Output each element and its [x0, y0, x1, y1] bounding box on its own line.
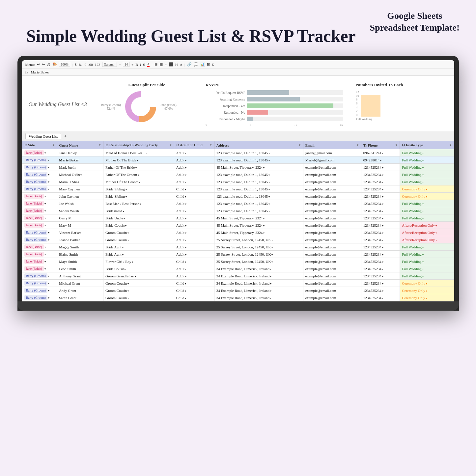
addr-dropdown-arrow[interactable]: ▾: [263, 217, 265, 220]
col-header-name[interactable]: Guest Name ▼: [57, 141, 103, 149]
invite-dropdown-arrow[interactable]: ▾: [422, 268, 424, 271]
col-header-email[interactable]: Email ▼: [303, 141, 361, 149]
side-dropdown-arrow[interactable]: ▾: [44, 210, 46, 212]
side-dropdown-arrow[interactable]: ▾: [44, 260, 46, 263]
side-dropdown-arrow[interactable]: ▾: [44, 202, 46, 205]
phone-dropdown-arrow[interactable]: ▾: [381, 188, 383, 191]
rel-dropdown-arrow[interactable]: ▾: [123, 217, 125, 220]
side-dropdown-arrow[interactable]: ▾: [47, 166, 49, 169]
rel-dropdown-arrow[interactable]: ▾: [135, 166, 137, 169]
more-btn[interactable]: H: [175, 63, 178, 67]
strikethrough-btn[interactable]: S: [143, 63, 145, 67]
rel-dropdown-arrow[interactable]: ▾: [146, 152, 148, 155]
phone-dropdown-arrow[interactable]: ▾: [381, 210, 383, 213]
ac-dropdown-arrow[interactable]: ▾: [184, 261, 186, 264]
phone-dropdown-arrow[interactable]: ▾: [381, 232, 383, 235]
invite-dropdown-arrow[interactable]: ▾: [422, 253, 424, 256]
chart-btn[interactable]: 📊: [200, 62, 205, 67]
ac-dropdown-arrow[interactable]: ▾: [184, 152, 186, 155]
ac-dropdown-arrow[interactable]: ▾: [184, 195, 186, 198]
invite-dropdown-arrow[interactable]: ▾: [435, 232, 437, 235]
addr-dropdown-arrow[interactable]: ▾: [269, 268, 271, 271]
bold-btn[interactable]: B: [135, 63, 138, 67]
phone-dropdown-arrow[interactable]: ▾: [381, 268, 383, 271]
rel-dropdown-arrow[interactable]: ▾: [122, 210, 124, 213]
phone-dropdown-arrow[interactable]: ▾: [381, 224, 383, 227]
addr-dropdown-arrow[interactable]: ▾: [271, 239, 273, 242]
rel-dropdown-arrow[interactable]: ▾: [127, 297, 129, 300]
col-header-side[interactable]: ⊙ Side ▼: [22, 141, 57, 149]
invite-dropdown-arrow[interactable]: ▾: [425, 290, 427, 293]
addr-dropdown-arrow[interactable]: ▾: [268, 195, 270, 198]
rel-dropdown-arrow[interactable]: ▾: [131, 261, 133, 264]
side-dropdown-arrow[interactable]: ▾: [44, 267, 46, 270]
italic-btn[interactable]: I: [140, 63, 141, 67]
addr-dropdown-arrow[interactable]: ▾: [263, 224, 265, 227]
font-select[interactable]: Garam...: [102, 62, 117, 67]
ac-dropdown-arrow[interactable]: ▾: [184, 253, 186, 256]
phone-dropdown-arrow[interactable]: ▾: [381, 282, 383, 285]
ac-dropdown-arrow[interactable]: ▾: [184, 268, 186, 271]
rel-dropdown-arrow[interactable]: ▾: [122, 253, 124, 256]
addr-dropdown-arrow[interactable]: ▾: [269, 282, 271, 285]
side-dropdown-arrow[interactable]: ▾: [47, 188, 49, 191]
rel-dropdown-arrow[interactable]: ▾: [125, 188, 127, 191]
side-dropdown-arrow[interactable]: ▾: [44, 152, 46, 154]
side-dropdown-arrow[interactable]: ▾: [44, 217, 46, 220]
phone-dropdown-arrow[interactable]: ▾: [381, 217, 383, 220]
number-btn[interactable]: 123: [95, 63, 100, 67]
ac-dropdown-arrow[interactable]: ▾: [184, 188, 186, 191]
ac-dropdown-arrow[interactable]: ▾: [184, 174, 186, 177]
ac-dropdown-arrow[interactable]: ▾: [184, 224, 186, 227]
filter-btn[interactable]: ⊟: [207, 62, 210, 67]
side-dropdown-arrow[interactable]: ▾: [47, 289, 49, 292]
valign-btn[interactable]: ⬛: [169, 62, 173, 67]
rel-dropdown-arrow[interactable]: ▾: [125, 195, 127, 198]
comment-btn[interactable]: 💬: [194, 62, 198, 67]
col-header-invite[interactable]: ⊙ Invite Type ▼: [400, 141, 454, 149]
addr-dropdown-arrow[interactable]: ▾: [268, 210, 270, 213]
invite-dropdown-arrow[interactable]: ▾: [422, 203, 424, 206]
rel-dropdown-arrow[interactable]: ▾: [127, 232, 129, 235]
ac-dropdown-arrow[interactable]: ▾: [184, 239, 186, 242]
addr-dropdown-arrow[interactable]: ▾: [269, 297, 271, 300]
phone-dropdown-arrow[interactable]: ▾: [381, 246, 383, 249]
invite-dropdown-arrow[interactable]: ▾: [425, 282, 427, 285]
side-dropdown-arrow[interactable]: ▾: [47, 231, 49, 234]
addr-dropdown-arrow[interactable]: ▾: [271, 261, 273, 264]
invite-dropdown-arrow[interactable]: ▾: [435, 224, 437, 227]
col-header-ac[interactable]: ⊙ Adult or Child ▼: [174, 141, 214, 149]
ac-dropdown-arrow[interactable]: ▾: [184, 297, 186, 300]
addr-dropdown-arrow[interactable]: ▾: [268, 174, 270, 177]
rel-dropdown-arrow[interactable]: ▾: [138, 181, 140, 184]
invite-dropdown-arrow[interactable]: ▾: [422, 246, 424, 249]
side-dropdown-arrow[interactable]: ▾: [47, 173, 49, 176]
decimal-btn[interactable]: .0: [84, 63, 86, 67]
side-dropdown-arrow[interactable]: ▾: [47, 296, 49, 299]
ac-dropdown-arrow[interactable]: ▾: [184, 203, 186, 206]
borders-btn[interactable]: ▦: [159, 62, 163, 67]
menus-label[interactable]: Menus: [25, 63, 35, 67]
function-btn[interactable]: Σ: [212, 63, 214, 67]
side-dropdown-arrow[interactable]: ▾: [44, 195, 46, 198]
decimal-btn2[interactable]: .00: [88, 63, 93, 67]
addr-dropdown-arrow[interactable]: ▾: [268, 203, 270, 206]
invite-dropdown-arrow[interactable]: ▾: [422, 275, 424, 278]
addr-dropdown-arrow[interactable]: ▾: [268, 159, 270, 162]
invite-dropdown-arrow[interactable]: ▾: [435, 239, 437, 242]
addr-dropdown-arrow[interactable]: ▾: [268, 188, 270, 191]
invite-dropdown-arrow[interactable]: ▾: [422, 210, 424, 213]
ac-dropdown-arrow[interactable]: ▾: [184, 210, 186, 213]
phone-dropdown-arrow[interactable]: ▾: [381, 166, 383, 169]
addr-dropdown-arrow[interactable]: ▾: [271, 246, 273, 249]
rel-dropdown-arrow[interactable]: ▾: [134, 275, 136, 278]
invite-dropdown-arrow[interactable]: ▾: [422, 166, 424, 169]
ac-dropdown-arrow[interactable]: ▾: [184, 181, 186, 184]
ac-dropdown-arrow[interactable]: ▾: [184, 159, 186, 162]
addr-dropdown-arrow[interactable]: ▾: [263, 232, 265, 235]
phone-dropdown-arrow[interactable]: ▾: [381, 253, 383, 256]
phone-dropdown-arrow[interactable]: ▾: [381, 195, 383, 198]
phone-dropdown-arrow[interactable]: ▾: [379, 159, 381, 162]
addr-dropdown-arrow[interactable]: ▾: [271, 253, 273, 256]
rel-dropdown-arrow[interactable]: ▾: [125, 224, 126, 227]
